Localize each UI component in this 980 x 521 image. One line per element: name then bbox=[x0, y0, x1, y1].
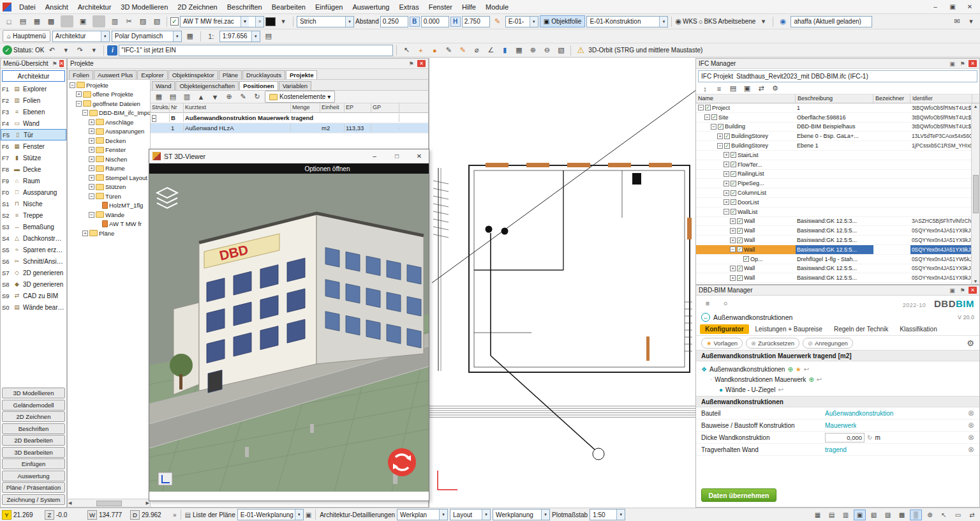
pen-layer-combo[interactable]: E-01- ▾ bbox=[505, 16, 538, 27]
zac-checkbox[interactable]: ✓ bbox=[170, 17, 179, 26]
save-all-icon[interactable]: ▩ bbox=[45, 15, 57, 27]
tree-expand-icon[interactable]: + bbox=[730, 238, 736, 243]
tree-item[interactable]: AW T MW fr bbox=[68, 220, 150, 229]
tree-item[interactable]: + Aussparungen bbox=[68, 127, 150, 137]
category-gelaendemodell[interactable]: Geländemodell bbox=[2, 400, 65, 411]
warning-icon[interactable]: ⚠ bbox=[574, 44, 587, 56]
menu-architektur[interactable]: Architektur bbox=[73, 2, 116, 12]
checkbox-icon[interactable]: ✓ bbox=[731, 190, 736, 196]
category-auswertung[interactable]: Auswertung bbox=[2, 471, 65, 481]
scrollbar-thumb[interactable] bbox=[973, 175, 979, 213]
ifc-tree-row[interactable]: + ✓ PipeSeg... bbox=[696, 179, 979, 188]
column-header[interactable]: Kurztext bbox=[184, 103, 291, 112]
scroll-right-icon[interactable]: ▶ bbox=[146, 501, 149, 506]
column-header[interactable]: Nr bbox=[170, 103, 184, 112]
page-icon[interactable]: ▤ bbox=[262, 30, 275, 42]
back-arrow-icon[interactable]: ← bbox=[701, 313, 710, 322]
menu-fenster[interactable]: Fenster bbox=[424, 2, 457, 12]
tree-expand-icon[interactable]: + bbox=[724, 152, 729, 158]
tree-item[interactable]: + Fenster bbox=[68, 146, 150, 155]
column-header[interactable]: Menge bbox=[291, 103, 320, 112]
ifc-project-row[interactable]: IFC Projekt Stadthaus_Revit2023_mit DBD-… bbox=[698, 70, 977, 82]
link-icon[interactable]: ⇄ bbox=[755, 82, 768, 94]
menu-beschriften[interactable]: Beschriften bbox=[223, 2, 267, 12]
sidebar-item-3d-generieren[interactable]: S8 ◆ 3D generieren bbox=[1, 278, 66, 290]
objektfolie-toggle[interactable]: ▣ Objektfolie bbox=[540, 15, 586, 27]
zoom-in-icon[interactable]: ⊕ bbox=[526, 44, 539, 56]
copy-icon[interactable]: ▨ bbox=[137, 15, 149, 27]
sidebar-item-bemassung[interactable]: S3 ↔ Bemaßung bbox=[1, 221, 66, 232]
dropdown-icon[interactable]: ▾ bbox=[295, 510, 303, 520]
column-header[interactable]: EP bbox=[345, 103, 371, 112]
dropdown-icon[interactable]: ▾ bbox=[173, 31, 181, 42]
daten-uebernehmen-button[interactable]: Daten übernehmen bbox=[701, 488, 776, 502]
dropdown-icon[interactable]: ▾ bbox=[530, 17, 538, 27]
table-icon[interactable]: ▤ bbox=[826, 510, 838, 520]
tree-expand-icon[interactable]: + bbox=[89, 128, 94, 134]
undo-icon[interactable]: ↩ bbox=[804, 366, 809, 373]
tree-expand-icon[interactable]: + bbox=[89, 165, 94, 171]
scroll-left-icon[interactable]: ◀ bbox=[68, 501, 71, 506]
tree-item[interactable]: + Nischen bbox=[68, 155, 150, 164]
tree-item[interactable]: − Wände bbox=[68, 210, 150, 220]
menu-module[interactable]: Module bbox=[481, 2, 513, 12]
menu-einfuegen[interactable]: Einfügen bbox=[311, 2, 347, 12]
sidebar-item-cad-zu-bim[interactable]: S9 ⇄ CAD zu BIM bbox=[1, 290, 66, 301]
checkbox-icon[interactable]: ✓ bbox=[737, 238, 743, 243]
tree-expand-icon[interactable]: + bbox=[82, 230, 88, 236]
sidebar-item-stuetze[interactable]: F7 ▮ Stütze bbox=[1, 152, 66, 163]
pin-icon[interactable]: ⚑ bbox=[958, 287, 967, 294]
ifc-tree-row[interactable]: + ✓ ColumnList bbox=[696, 188, 979, 198]
hamburger-menu-icon[interactable]: ≡ bbox=[701, 298, 714, 310]
abstand-input[interactable]: 0.250 bbox=[380, 16, 408, 27]
tree-item[interactable]: + Stempel Layout bbox=[68, 173, 150, 183]
ifc-tree-row[interactable]: + ✓ RailingList bbox=[696, 170, 979, 179]
tree-filter-icon[interactable]: ▤ bbox=[727, 82, 739, 94]
config-tree-item[interactable]: ● Wände - U-Ziegel ↩ bbox=[701, 384, 974, 395]
sidebar-item-waende-bearbeiten[interactable]: S0 ▤ Wände bearb... bbox=[1, 301, 66, 313]
arrow-icon[interactable]: ↖ bbox=[938, 510, 950, 520]
category-zeichnung-system[interactable]: Zeichnung / System bbox=[2, 494, 65, 505]
property-value-link[interactable]: Mauerwerk bbox=[825, 422, 856, 429]
tree-expand-icon[interactable]: + bbox=[717, 133, 723, 139]
list-icon[interactable]: ≡ bbox=[255, 17, 264, 27]
raster-icon[interactable]: ▦ bbox=[812, 510, 824, 520]
refresh-icon[interactable]: ↻ bbox=[251, 91, 264, 103]
viewer-title-bar[interactable]: ST 3D-Viewer – □ ✕ bbox=[149, 149, 429, 163]
dropdown-icon[interactable]: ▾ bbox=[345, 17, 353, 27]
viewer-maximize-button[interactable]: □ bbox=[387, 149, 406, 163]
pin-icon[interactable]: ⚑ bbox=[52, 61, 57, 67]
tree-expand-icon[interactable]: + bbox=[730, 228, 736, 234]
sidebar-item-decke[interactable]: F8 ▬ Decke bbox=[1, 163, 66, 175]
ifc-tree-row[interactable]: + ✓ BuildingStorey Ebene 0 - Bsp. GaLa+.… bbox=[696, 132, 979, 141]
checkbox-icon[interactable]: ✓ bbox=[718, 124, 724, 130]
ifc-tree-row[interactable]: + ✓ Wall Basiswand:GK 12.5:5... 0SOYYex0… bbox=[696, 273, 979, 283]
tab-auswert-plus[interactable]: Auswert Plus bbox=[94, 70, 137, 79]
column-header[interactable]: Identifier bbox=[910, 94, 972, 103]
sidebar-item-treppe[interactable]: S2 ≡ Treppe bbox=[1, 209, 66, 221]
edit-position-icon[interactable]: ✎ bbox=[237, 91, 249, 103]
hatch-icon[interactable]: ▒ bbox=[910, 510, 922, 520]
zuruecksetzen-button[interactable]: ⊗ Zurücksetzen bbox=[746, 338, 799, 349]
new-window-icon[interactable]: ▥ bbox=[108, 15, 121, 27]
undo-icon[interactable]: ↶ bbox=[45, 44, 58, 56]
menu-2d-zeichnen[interactable]: 2D Zeichnen bbox=[173, 2, 221, 12]
panel-close-icon[interactable]: ✕ bbox=[969, 287, 977, 294]
column-header[interactable]: Beschreibung bbox=[796, 94, 873, 103]
tree-expand-icon[interactable]: − bbox=[704, 114, 710, 120]
cursor-select-icon[interactable]: ↖ bbox=[400, 44, 413, 56]
close-button[interactable]: ✕ bbox=[962, 2, 977, 12]
category-2d-bearbeiten[interactable]: 2D Bearbeiten bbox=[2, 435, 65, 446]
checkbox-icon[interactable]: ✓ bbox=[737, 275, 743, 281]
popout-icon[interactable]: ▣ bbox=[948, 287, 956, 294]
property-value-link[interactable]: Außenwandkonstruktion bbox=[825, 410, 893, 417]
tree-expand-icon[interactable]: + bbox=[89, 147, 94, 153]
scroll-down-icon[interactable]: ▼ bbox=[974, 279, 978, 283]
wks-radio-icon[interactable]: ◉ bbox=[675, 17, 681, 26]
sidebar-item-fenster[interactable]: F6 ▦ Fenster bbox=[1, 140, 66, 152]
category-plaene-praesentation[interactable]: Pläne / Präsentation bbox=[2, 482, 65, 493]
popout-icon[interactable]: ▣ bbox=[948, 61, 956, 67]
options-open-button[interactable]: Optionen öffnen bbox=[149, 163, 429, 174]
undo-icon[interactable]: ↩ bbox=[817, 376, 822, 383]
column-header[interactable]: Bezeichner bbox=[873, 94, 910, 103]
